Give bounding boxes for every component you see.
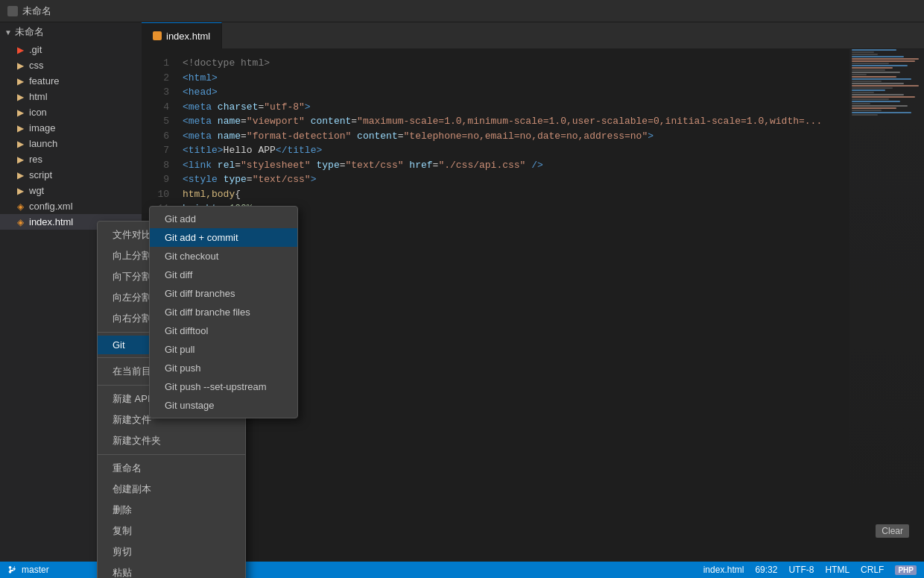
sidebar-item-label: feature [29,75,59,87]
status-php-icon: PHP [895,565,917,575]
git-checkout[interactable]: Git checkout [150,247,297,266]
folder-icon: ▶ [15,139,25,149]
html-file-icon: ◈ [15,217,25,227]
sidebar-item-label: wgt [29,185,44,196]
tab-bar: index.html [142,22,924,48]
sidebar-item-label: launch [29,138,57,149]
app-icon [7,6,18,16]
sidebar-item-feature[interactable]: ▶ feature [0,73,142,89]
menu-delete[interactable]: 删除 [98,500,245,521]
menu-rename[interactable]: 重命名 [98,458,245,479]
folder-icon: ▶ [15,92,25,102]
sidebar-item-icon[interactable]: ▶ icon [0,104,142,120]
git-push[interactable]: Git push [150,359,297,377]
sidebar-item-label: icon [29,107,47,118]
sidebar-item-label: html [29,91,48,102]
status-position[interactable]: 69:32 [755,565,777,575]
git-pull[interactable]: Git pull [150,340,297,359]
menu-separator-4 [98,454,245,455]
git-unstage[interactable]: Git unstage [150,396,297,415]
sidebar-item-label: css [29,60,44,71]
git-diff[interactable]: Git diff [150,266,297,284]
folder-icon: ▶ [15,123,25,133]
status-language[interactable]: HTML [825,565,849,575]
sidebar-item-git[interactable]: ▶ .git [0,42,142,57]
folder-icon: ▶ [15,60,25,71]
git-diff-branche-files[interactable]: Git diff branche files [150,303,297,321]
sidebar-item-wgt[interactable]: ▶ wgt [0,183,142,198]
sidebar-item-label: res [29,154,42,165]
sidebar-item-script[interactable]: ▶ script [0,167,142,183]
menu-duplicate[interactable]: 创建副本 [98,479,245,500]
sidebar-item-label: .git [29,44,42,55]
root-chevron-icon: ▼ [4,28,12,37]
git-branch-icon [7,565,16,574]
folder-icon: ▶ [15,186,25,196]
git-add[interactable]: Git add [150,210,297,228]
menu-new-folder[interactable]: 新建文件夹 [98,430,245,451]
git-branch-label: master [22,565,49,575]
sidebar-item-label: image [29,122,55,133]
git-push-upstream[interactable]: Git push --set-upstream [150,377,297,396]
title-bar: 未命名 [0,0,924,22]
sidebar-item-image[interactable]: ▶ image [0,120,142,136]
status-encoding[interactable]: UTF-8 [788,565,814,575]
menu-cut[interactable]: 剪切 [98,541,245,562]
status-git-branch[interactable]: master [7,565,49,575]
sidebar-item-config[interactable]: ◈ config.xml [0,198,142,214]
git-difftool[interactable]: Git difftool [150,321,297,340]
app-container: 未命名 ▼ 未命名 ▶ .git ▶ css ▶ feature [0,0,924,578]
tab-label: index.html [166,31,210,42]
status-line-ending[interactable]: CRLF [861,565,884,575]
tab-index-html[interactable]: index.html [142,22,222,48]
git-folder-icon: ▶ [15,45,25,55]
sidebar-item-label: script [29,169,52,180]
git-diff-branches[interactable]: Git diff branches [150,284,297,303]
tab-file-icon [153,31,162,40]
status-file[interactable]: index.html [703,565,744,575]
folder-icon: ▶ [15,154,25,165]
clear-button[interactable]: Clear [876,524,909,538]
sidebar-item-html-folder[interactable]: ▶ html [0,89,142,104]
sidebar-item-launch[interactable]: ▶ launch [0,136,142,151]
menu-copy[interactable]: 复制 [98,521,245,541]
minimap [849,48,924,562]
sidebar-item-label: config.xml [29,201,73,212]
git-add-commit[interactable]: Git add + commit [150,228,297,247]
git-submenu: Git add Git add + commit Git checkout Gi… [149,206,298,418]
status-left: master [7,565,49,575]
folder-icon: ▶ [15,170,25,180]
sidebar-root-label: 未命名 [15,25,44,39]
sidebar-root[interactable]: ▼ 未命名 [0,22,142,42]
folder-icon: ▶ [15,107,25,118]
xml-file-icon: ◈ [15,201,25,212]
sidebar-item-res[interactable]: ▶ res [0,151,142,167]
sidebar-item-label: index.html [29,216,73,227]
folder-icon: ▶ [15,76,25,87]
title-bar-text: 未命名 [22,4,51,18]
status-right: index.html 69:32 UTF-8 HTML CRLF PHP [703,565,917,575]
sidebar-item-css[interactable]: ▶ css [0,57,142,73]
menu-paste[interactable]: 粘贴 [98,562,245,578]
